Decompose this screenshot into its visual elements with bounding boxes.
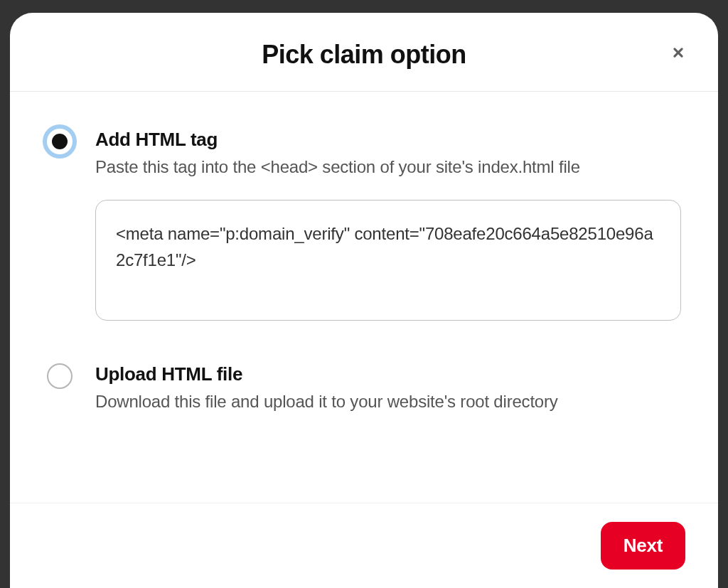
option-html-tag-description: Paste this tag into the <head> section o…	[95, 155, 681, 180]
modal-body: Add HTML tag Paste this tag into the <he…	[10, 92, 718, 503]
option-html-tag-title: Add HTML tag	[95, 129, 681, 151]
radio-upload-file[interactable]	[47, 363, 73, 389]
option-upload-file: Upload HTML file Download this file and …	[47, 363, 681, 415]
option-html-tag-content: Add HTML tag Paste this tag into the <he…	[95, 129, 681, 321]
modal-title: Pick claim option	[38, 40, 690, 70]
close-icon	[668, 42, 689, 63]
modal-footer: Next	[10, 503, 718, 588]
option-upload-file-description: Download this file and upload it to your…	[95, 390, 681, 415]
option-upload-file-content: Upload HTML file Download this file and …	[95, 363, 681, 415]
option-upload-file-title: Upload HTML file	[95, 363, 681, 385]
option-html-tag: Add HTML tag Paste this tag into the <he…	[47, 129, 681, 321]
html-tag-code[interactable]: <meta name="p:domain_verify" content="70…	[95, 200, 681, 321]
modal-header: Pick claim option	[10, 13, 718, 92]
radio-html-tag[interactable]	[47, 129, 73, 154]
close-button[interactable]	[663, 37, 694, 68]
claim-option-modal: Pick claim option Add HTML tag Paste thi…	[10, 13, 718, 588]
next-button[interactable]: Next	[601, 522, 685, 570]
